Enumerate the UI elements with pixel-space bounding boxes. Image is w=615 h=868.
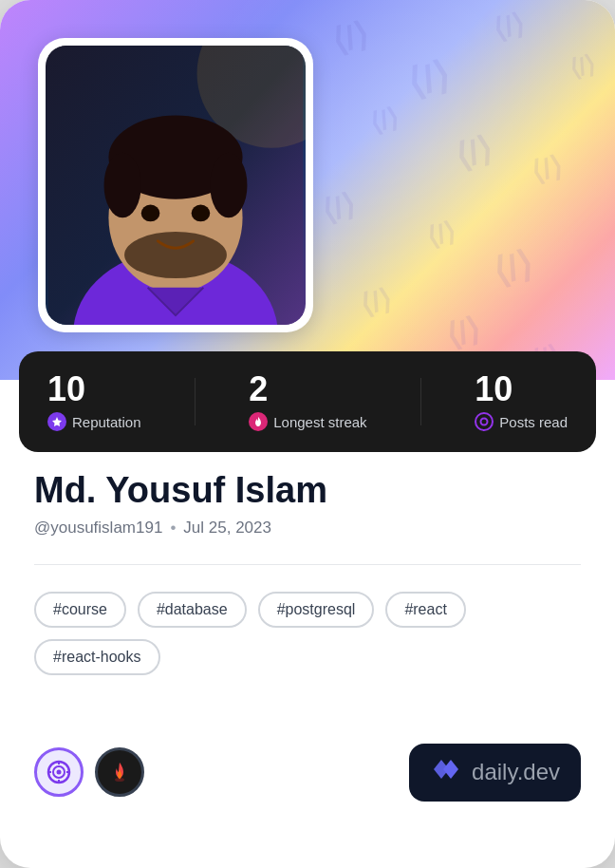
avatar-wrapper <box>38 38 313 332</box>
tag-item: #react <box>385 592 465 628</box>
header-background: ⟨/⟩ ⟨/⟩ ⟨/⟩ ⟨/⟩ ⟨/⟩ ⟨/⟩ ⟨/⟩ ⟨/⟩ ⟨/⟩ ⟨/⟩ … <box>0 0 615 380</box>
brand-logo: daily.dev <box>409 744 581 802</box>
svg-marker-11 <box>52 417 62 426</box>
brand-chevron-icon <box>430 755 462 790</box>
svg-point-12 <box>481 419 488 425</box>
profile-join-date: Jul 25, 2023 <box>183 519 271 538</box>
posts-read-icon <box>475 412 494 431</box>
tag-item: #react-hooks <box>34 639 160 675</box>
stats-bar: 10 Reputation 2 Longest streak <box>19 351 596 452</box>
svg-point-9 <box>141 205 160 222</box>
svg-point-15 <box>57 770 62 775</box>
profile-divider <box>34 564 581 565</box>
bottom-section: daily.dev <box>0 744 615 836</box>
stat-reputation: 10 Reputation <box>47 372 141 431</box>
profile-card: ⟨/⟩ ⟨/⟩ ⟨/⟩ ⟨/⟩ ⟨/⟩ ⟨/⟩ ⟨/⟩ ⟨/⟩ ⟨/⟩ ⟨/⟩ … <box>0 0 615 868</box>
tag-item: #database <box>138 592 247 628</box>
brand-name: daily.dev <box>472 759 560 785</box>
reputation-icon <box>47 412 66 431</box>
badge-target <box>34 747 84 797</box>
streak-icon <box>249 412 268 431</box>
stat-streak: 2 Longest streak <box>249 372 366 431</box>
badges-container <box>34 747 144 797</box>
avatar <box>46 46 306 325</box>
reputation-label: Reputation <box>47 412 141 431</box>
svg-point-20 <box>115 778 124 782</box>
tag-item: #postgresql <box>258 592 375 628</box>
posts-read-value: 10 <box>475 372 568 406</box>
reputation-value: 10 <box>47 372 141 406</box>
svg-point-8 <box>124 232 227 278</box>
badge-fire <box>95 747 144 797</box>
posts-read-label: Posts read <box>475 412 568 431</box>
profile-name: Md. Yousuf Islam <box>34 471 581 511</box>
profile-meta: @yousufislam191 • Jul 25, 2023 <box>34 519 581 538</box>
tags-container: #course#database#postgresql#react#react-… <box>34 592 581 675</box>
stat-posts-read: 10 Posts read <box>475 372 568 431</box>
stat-divider-2 <box>420 378 421 425</box>
svg-point-7 <box>210 153 247 218</box>
streak-label: Longest streak <box>249 412 366 431</box>
profile-separator: • <box>170 519 176 538</box>
streak-value: 2 <box>249 372 366 406</box>
profile-username: @yousufislam191 <box>34 519 162 538</box>
svg-point-10 <box>192 205 211 222</box>
tag-item: #course <box>34 592 126 628</box>
stat-divider-1 <box>195 378 196 425</box>
svg-point-6 <box>104 153 141 218</box>
profile-info: Md. Yousuf Islam @yousufislam191 • Jul 2… <box>0 471 615 734</box>
